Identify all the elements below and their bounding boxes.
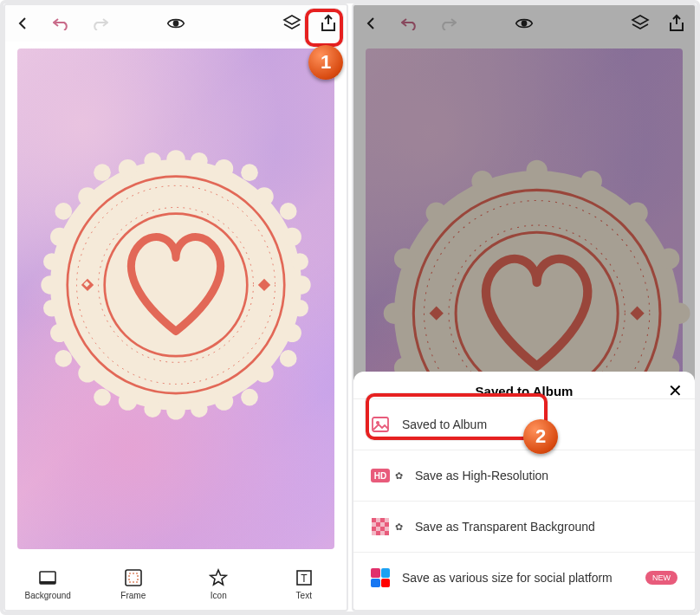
row-label: Save as Transparent Background bbox=[415, 520, 595, 534]
bottom-toolbar: Background Frame Icon T Text bbox=[5, 558, 347, 610]
undo-icon[interactable] bbox=[52, 14, 71, 33]
svg-point-21 bbox=[215, 392, 233, 410]
tool-text[interactable]: T Text bbox=[262, 558, 347, 610]
svg-point-30 bbox=[55, 350, 72, 367]
svg-point-26 bbox=[50, 324, 68, 342]
svg-point-36 bbox=[144, 152, 161, 170]
svg-text:T: T bbox=[301, 573, 308, 585]
premium-icon: ✿ bbox=[395, 521, 403, 533]
social-icon bbox=[371, 568, 390, 587]
svg-point-12 bbox=[166, 401, 185, 419]
svg-point-18 bbox=[78, 364, 96, 382]
tool-background[interactable]: Background bbox=[5, 558, 91, 610]
screen-right: Saved to Album ✕ Saved to Album HD ✿ Sav… bbox=[352, 3, 697, 612]
tool-label: Frame bbox=[120, 591, 146, 600]
svg-rect-85 bbox=[385, 531, 389, 535]
svg-point-11 bbox=[166, 150, 185, 168]
tool-label: Icon bbox=[211, 591, 227, 600]
svg-point-24 bbox=[50, 228, 68, 246]
svg-rect-80 bbox=[376, 522, 380, 527]
svg-point-23 bbox=[282, 228, 301, 246]
back-icon[interactable] bbox=[14, 14, 33, 33]
heart-badge-artwork bbox=[36, 146, 315, 424]
row-label: Save as High-Resolution bbox=[415, 469, 548, 482]
tool-label: Background bbox=[25, 591, 71, 600]
svg-point-27 bbox=[280, 203, 297, 220]
svg-point-19 bbox=[215, 159, 233, 178]
svg-point-31 bbox=[241, 164, 258, 181]
svg-point-15 bbox=[255, 187, 273, 205]
svg-rect-82 bbox=[372, 527, 376, 531]
hd-icon: HD bbox=[371, 466, 390, 485]
svg-point-38 bbox=[144, 400, 161, 418]
svg-point-17 bbox=[255, 364, 273, 382]
svg-rect-79 bbox=[380, 518, 385, 522]
editor-canvas[interactable] bbox=[17, 49, 334, 549]
svg-point-42 bbox=[43, 300, 61, 317]
screen-left: Background Frame Icon T Text 1 bbox=[3, 3, 348, 612]
export-icon[interactable] bbox=[319, 14, 338, 33]
svg-marker-47 bbox=[211, 570, 226, 585]
svg-point-41 bbox=[291, 300, 308, 317]
tool-label: Text bbox=[296, 591, 312, 600]
callout-badge-1: 1 bbox=[308, 45, 343, 80]
tool-icon[interactable]: Icon bbox=[176, 558, 262, 610]
svg-point-28 bbox=[55, 203, 72, 220]
image-icon bbox=[371, 415, 390, 434]
row-label: Save as various size for social platform bbox=[402, 571, 612, 585]
comparison-container: Background Frame Icon T Text 1 bbox=[0, 0, 700, 615]
svg-point-34 bbox=[94, 389, 111, 406]
svg-point-37 bbox=[191, 400, 208, 418]
svg-rect-83 bbox=[380, 527, 385, 531]
svg-rect-81 bbox=[385, 522, 389, 527]
row-high-resolution[interactable]: HD ✿ Save as High-Resolution bbox=[353, 450, 695, 501]
redo-icon[interactable] bbox=[90, 14, 109, 33]
svg-point-29 bbox=[280, 350, 297, 367]
svg-point-16 bbox=[78, 187, 96, 205]
svg-point-22 bbox=[119, 392, 137, 410]
svg-point-0 bbox=[173, 21, 179, 27]
svg-point-40 bbox=[43, 253, 61, 270]
tool-frame[interactable]: Frame bbox=[91, 558, 177, 610]
preview-icon[interactable] bbox=[166, 14, 185, 33]
svg-rect-84 bbox=[376, 531, 380, 535]
panel-title: Saved to Album bbox=[353, 384, 695, 398]
row-label: Saved to Album bbox=[402, 418, 487, 431]
svg-point-35 bbox=[191, 152, 208, 170]
svg-point-39 bbox=[291, 253, 308, 270]
svg-rect-46 bbox=[129, 573, 138, 582]
svg-point-25 bbox=[282, 324, 301, 342]
callout-badge-2: 2 bbox=[523, 419, 558, 454]
svg-rect-78 bbox=[372, 518, 376, 522]
row-social-sizes[interactable]: Save as various size for social platform… bbox=[353, 552, 695, 603]
svg-point-13 bbox=[292, 275, 310, 294]
svg-rect-44 bbox=[40, 581, 55, 584]
svg-rect-75 bbox=[373, 418, 388, 431]
layers-icon[interactable] bbox=[282, 14, 301, 33]
svg-point-33 bbox=[241, 389, 258, 406]
new-badge: NEW bbox=[645, 571, 677, 585]
svg-rect-45 bbox=[126, 570, 141, 586]
premium-icon: ✿ bbox=[395, 470, 403, 482]
close-icon[interactable]: ✕ bbox=[668, 382, 683, 399]
svg-marker-1 bbox=[284, 16, 300, 24]
svg-point-32 bbox=[94, 164, 111, 181]
row-transparent-bg[interactable]: ✿ Save as Transparent Background bbox=[353, 501, 695, 552]
top-bar bbox=[5, 5, 347, 42]
save-panel: Saved to Album ✕ Saved to Album HD ✿ Sav… bbox=[353, 372, 695, 610]
svg-point-20 bbox=[119, 159, 137, 178]
transparency-icon bbox=[371, 517, 390, 536]
svg-point-14 bbox=[41, 275, 59, 294]
